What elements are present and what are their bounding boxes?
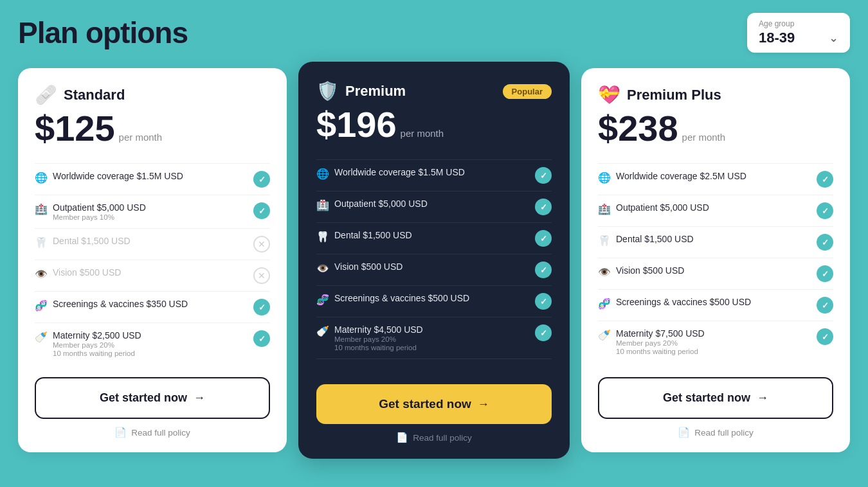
feature-name: Outpatient $5,000 USD <box>53 202 146 213</box>
feature-item: 🌐Worldwide coverage $1.5M USD✓ <box>316 160 552 191</box>
feature-emoji-icon: 🏥 <box>35 203 48 215</box>
feature-check-icon: ✓ <box>817 297 833 314</box>
feature-emoji-icon: 👁️ <box>598 266 611 278</box>
feature-item: 🧬Screenings & vaccines $500 USD✓ <box>316 286 552 317</box>
feature-emoji-icon: 🏥 <box>316 199 329 211</box>
plan-price-row-standard: $125per month <box>35 111 270 146</box>
policy-link-label: Read full policy <box>131 428 190 438</box>
feature-item: 🌐Worldwide coverage $1.5M USD✓ <box>35 164 270 195</box>
feature-name: Dental $1,500 USD <box>334 230 412 240</box>
checkmark-icon: ✓ <box>540 234 547 244</box>
feature-check-icon: ✓ <box>535 293 552 310</box>
checkmark-icon: ✓ <box>822 206 829 216</box>
feature-text-block: Vision $500 USD <box>334 261 402 272</box>
feature-name: Outpatient $5,000 USD <box>616 202 709 213</box>
checkmark-icon: ✓ <box>822 269 829 279</box>
feature-item: 🧬Screenings & vaccines $350 USD✓ <box>35 292 270 323</box>
arrow-right-icon: → <box>194 391 205 405</box>
features-list-premium_plus: 🌐Worldwide coverage $2.5M USD✓🏥Outpatien… <box>598 164 833 364</box>
feature-emoji-icon: 👁️ <box>35 268 48 280</box>
feature-text-block: Maternity $7,500 USDMember pays 20%10 mo… <box>616 328 705 355</box>
age-group-value-row: 18-39 ⌄ <box>759 30 838 46</box>
get-started-button-premium_plus[interactable]: Get started now→ <box>598 377 833 419</box>
feature-sub: Member pays 10% <box>53 213 146 221</box>
feature-left: 🍼Maternity $2,500 USDMember pays 20%10 m… <box>35 330 253 357</box>
feature-text-block: Dental $1,500 USD <box>616 234 694 244</box>
feature-name: Maternity $7,500 USD <box>616 328 705 339</box>
feature-item: 🍼Maternity $4,500 USDMember pays 20%10 m… <box>316 317 552 359</box>
feature-text-block: Worldwide coverage $1.5M USD <box>334 167 465 177</box>
feature-check-icon: ✓ <box>253 330 270 347</box>
feature-sub: 10 months waiting period <box>53 350 141 357</box>
feature-left: 👁️Vision $500 USD <box>598 265 817 278</box>
feature-emoji-icon: 🦷 <box>35 236 48 249</box>
feature-sub: 10 months waiting period <box>334 344 423 351</box>
cta-section-standard: Get started now→📄Read full policy <box>35 377 270 438</box>
popular-badge: Popular <box>503 84 552 99</box>
feature-check-icon: ✓ <box>535 167 552 184</box>
age-group-label: Age group <box>759 19 838 28</box>
plan-header-premium: 🛡️PremiumPopular <box>316 82 552 100</box>
features-list-standard: 🌐Worldwide coverage $1.5M USD✓🏥Outpatien… <box>35 164 270 364</box>
feature-emoji-icon: 🧬 <box>316 294 329 306</box>
feature-text-block: Screenings & vaccines $500 USD <box>334 293 469 303</box>
feature-name: Worldwide coverage $2.5M USD <box>616 171 746 181</box>
feature-item: 🦷Dental $1,500 USD✓ <box>598 227 833 258</box>
feature-check-icon: ✓ <box>817 202 833 219</box>
feature-check-icon: ✓ <box>535 230 552 247</box>
feature-left: 🦷Dental $1,500 USD <box>598 234 817 247</box>
features-list-premium: 🌐Worldwide coverage $1.5M USD✓🏥Outpatien… <box>316 160 552 371</box>
feature-text-block: Vision $500 USD <box>53 267 121 278</box>
feature-left: 🏥Outpatient $5,000 USDMember pays 10% <box>35 202 253 221</box>
cta-section-premium: Get started now→📄Read full policy <box>316 384 552 443</box>
feature-name: Vision $500 USD <box>334 261 402 272</box>
feature-name: Vision $500 USD <box>616 265 684 276</box>
x-icon: ✕ <box>258 239 266 249</box>
feature-sub: Member pays 20% <box>334 335 423 343</box>
page-header: Plan options Age group 18-39 ⌄ <box>18 13 850 53</box>
feature-left: 👁️Vision $500 USD <box>35 267 253 280</box>
feature-check-icon: ✓ <box>817 171 833 188</box>
feature-item: 🏥Outpatient $5,000 USD✓ <box>598 195 833 227</box>
checkmark-icon: ✓ <box>822 238 829 247</box>
get-started-button-standard[interactable]: Get started now→ <box>35 377 270 419</box>
feature-check-icon: ✓ <box>253 299 270 315</box>
feature-check-icon: ✓ <box>535 324 552 341</box>
feature-item: 🌐Worldwide coverage $2.5M USD✓ <box>598 164 833 195</box>
feature-name: Screenings & vaccines $350 USD <box>53 299 188 309</box>
arrow-right-icon: → <box>757 391 768 405</box>
plan-price-period-premium: per month <box>401 128 444 139</box>
feature-name: Worldwide coverage $1.5M USD <box>334 167 465 177</box>
feature-item: 👁️Vision $500 USD✓ <box>598 258 833 290</box>
feature-left: 🌐Worldwide coverage $2.5M USD <box>598 171 817 184</box>
feature-emoji-icon: 🍼 <box>35 331 48 343</box>
checkmark-icon: ✓ <box>540 202 547 212</box>
checkmark-icon: ✓ <box>540 265 547 275</box>
feature-text-block: Vision $500 USD <box>616 265 684 276</box>
feature-check-icon: ✓ <box>535 199 552 215</box>
feature-left: 🦷Dental $1,500 USD <box>35 236 253 249</box>
feature-text-block: Outpatient $5,000 USD <box>334 199 428 209</box>
checkmark-icon: ✓ <box>540 171 547 181</box>
cta-label: Get started now <box>379 397 471 411</box>
plan-price-premium_plus: $238 <box>598 111 678 146</box>
read-policy-link-premium_plus[interactable]: 📄Read full policy <box>678 427 754 438</box>
read-policy-link-standard[interactable]: 📄Read full policy <box>114 427 190 438</box>
read-policy-link-premium[interactable]: 📄Read full policy <box>396 432 472 443</box>
feature-item: 🧬Screenings & vaccines $500 USD✓ <box>598 290 833 321</box>
feature-item: 🏥Outpatient $5,000 USD✓ <box>316 191 552 223</box>
feature-check-icon: ✓ <box>817 234 833 251</box>
feature-left: 🏥Outpatient $5,000 USD <box>316 199 535 211</box>
checkmark-icon: ✓ <box>822 332 829 342</box>
plan-name-standard: Standard <box>64 87 125 103</box>
get-started-button-premium[interactable]: Get started now→ <box>316 384 552 424</box>
age-group-dropdown[interactable]: Age group 18-39 ⌄ <box>747 13 850 53</box>
feature-emoji-icon: 🏥 <box>598 203 611 215</box>
plans-container: 🩹Standard$125per month🌐Worldwide coverag… <box>18 68 850 452</box>
page-title: Plan options <box>18 15 188 50</box>
chevron-down-icon: ⌄ <box>829 31 838 45</box>
feature-emoji-icon: 🍼 <box>316 325 329 337</box>
checkmark-icon: ✓ <box>258 303 266 312</box>
feature-left: 🌐Worldwide coverage $1.5M USD <box>316 167 535 180</box>
policy-link-label: Read full policy <box>694 428 754 438</box>
